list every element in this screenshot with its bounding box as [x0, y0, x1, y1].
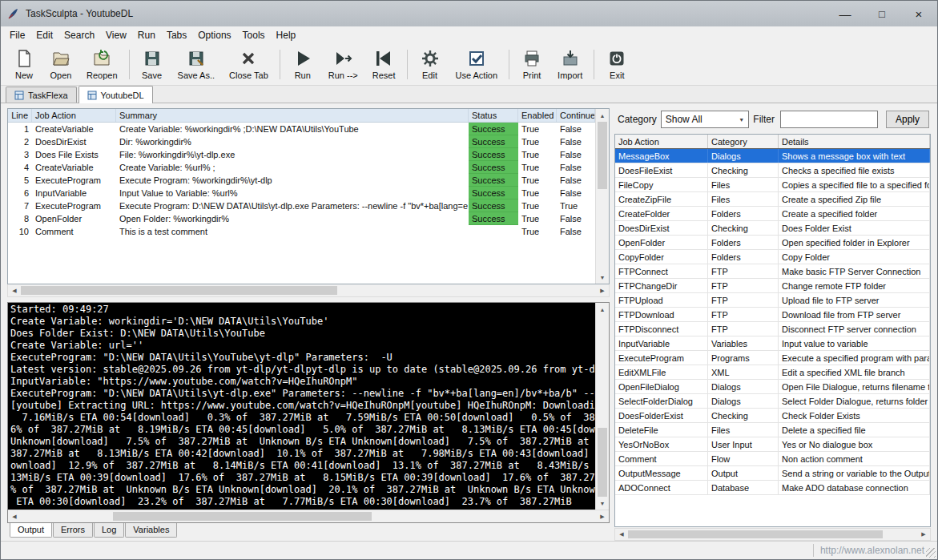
- task-row[interactable]: 6InputVariableInput Value to Variable: %…: [8, 187, 595, 199]
- action-row[interactable]: DoesFileExistCheckingChecks a specified …: [615, 163, 930, 178]
- edit-button[interactable]: Edit: [412, 46, 449, 83]
- menu-item-tabs[interactable]: Tabs: [161, 27, 192, 43]
- action-row[interactable]: FTPChangeDirFTPChange remote FTP folder: [615, 279, 930, 293]
- action-row[interactable]: FTPDisconnectFTPDisconnect FTP server co…: [615, 322, 930, 336]
- action-row[interactable]: SelectFolderDialogDialogsSelect Folder D…: [615, 394, 930, 409]
- action-row[interactable]: FTPUploadFTPUpload file to FTP server: [615, 293, 930, 308]
- run-to-button[interactable]: Run -->: [321, 46, 365, 83]
- scrollbar-thumb[interactable]: [21, 286, 337, 295]
- menu-item-file[interactable]: File: [4, 27, 30, 43]
- action-row[interactable]: FileCopyFilesCopies a specified file to …: [615, 178, 930, 192]
- action-row[interactable]: ADOConnectDatabaseMake ADO database conn…: [615, 481, 930, 495]
- scroll-up-icon[interactable]: ▲: [596, 303, 609, 316]
- scroll-up-icon[interactable]: ▲: [596, 109, 609, 122]
- console-hscrollbar[interactable]: ◀ ▶: [8, 510, 609, 522]
- column-header-line[interactable]: Line: [8, 109, 32, 122]
- console-vscrollbar[interactable]: ▲ ▼: [595, 303, 609, 510]
- output-tab-log[interactable]: Log: [94, 523, 124, 538]
- output-tab-variables[interactable]: Variables: [125, 523, 177, 538]
- save-as-button[interactable]: Save As..: [171, 46, 222, 83]
- menu-item-run[interactable]: Run: [132, 27, 161, 43]
- apply-button[interactable]: Apply: [886, 111, 929, 128]
- reset-button[interactable]: Reset: [365, 46, 403, 83]
- action-row[interactable]: CreateFolderFoldersCreate a specified fo…: [615, 207, 930, 221]
- action-row[interactable]: CommentFlowNon action comment: [615, 452, 930, 466]
- close-tab-button[interactable]: Close Tab: [222, 46, 276, 83]
- website-link[interactable]: http://www.alexnolan.net: [820, 545, 924, 556]
- document-tab-taskflexa[interactable]: TaskFlexa: [6, 87, 77, 103]
- scrollbar-thumb[interactable]: [113, 512, 372, 521]
- open-button[interactable]: Open: [42, 46, 79, 83]
- menu-item-help[interactable]: Help: [271, 27, 302, 43]
- filter-input[interactable]: [780, 111, 878, 128]
- scrollbar-thumb[interactable]: [598, 428, 607, 497]
- column-header-enabled[interactable]: Enabled: [518, 109, 557, 122]
- action-row[interactable]: DeleteFileFilesDelete a specified file: [615, 423, 930, 437]
- action-row[interactable]: DoesFolderExistCheckingCheck Folder Exis…: [615, 409, 930, 423]
- resize-grip-icon[interactable]: [926, 548, 936, 558]
- task-row[interactable]: 2DoesDirExistDir: %workingdir%SuccessTru…: [8, 135, 595, 148]
- task-row[interactable]: 3Does File ExistsFile: %workingdir%\yt-d…: [8, 148, 595, 161]
- new-button[interactable]: New: [6, 46, 42, 83]
- scroll-right-icon[interactable]: ▶: [917, 529, 930, 540]
- document-tab-youtubedl[interactable]: YoutubeDL: [79, 86, 153, 103]
- task-row[interactable]: 4CreateVariableCreate Variable: %url% ;S…: [8, 161, 595, 174]
- menu-item-view[interactable]: View: [100, 27, 132, 43]
- scroll-right-icon[interactable]: ▶: [596, 284, 609, 296]
- exit-button[interactable]: Exit: [598, 46, 635, 83]
- action-grid-hscrollbar[interactable]: ◀ ▶: [614, 528, 931, 541]
- print-button[interactable]: Print: [513, 46, 550, 83]
- run-button[interactable]: Run: [284, 46, 321, 83]
- title-bar[interactable]: TaskSculpta - YoutubeDL — □ ×: [1, 1, 937, 26]
- menu-item-tools[interactable]: Tools: [237, 27, 271, 43]
- minimize-button[interactable]: —: [827, 1, 864, 26]
- action-row[interactable]: InputVariableVariablesInput value to var…: [615, 336, 930, 351]
- close-button[interactable]: ×: [900, 1, 937, 26]
- action-row[interactable]: DoesDirExistCheckingDoes Folder Exist: [615, 221, 930, 236]
- save-button[interactable]: Save: [134, 46, 171, 83]
- scrollbar-thumb[interactable]: [598, 122, 607, 189]
- action-row[interactable]: FTPDownloadFTPDownload file from FTP ser…: [615, 308, 930, 322]
- action-row[interactable]: ExecuteProgramProgramsExecute a specifie…: [615, 351, 930, 365]
- column-header-summary[interactable]: Summary: [116, 109, 469, 122]
- task-row[interactable]: 10CommentThis is a test commentTrueFalse: [8, 225, 595, 238]
- menu-item-options[interactable]: Options: [192, 27, 236, 43]
- action-row[interactable]: OutputMessageOutputSend a string or vari…: [615, 466, 930, 481]
- action-row[interactable]: MessageBoxDialogsShows a message box wit…: [615, 149, 930, 163]
- reopen-button[interactable]: Reopen: [79, 46, 125, 83]
- task-row[interactable]: 7ExecuteProgramExecute Program: D:\NEW D…: [8, 199, 595, 212]
- action-row[interactable]: YesOrNoBoxUser InputYes or No dialogue b…: [615, 437, 930, 452]
- use-action-button[interactable]: Use Action: [449, 46, 505, 83]
- column-header-job-action[interactable]: Job Action: [32, 109, 116, 122]
- task-grid-vscrollbar[interactable]: ▲ ▼: [595, 109, 609, 284]
- menu-item-search[interactable]: Search: [58, 27, 100, 43]
- scroll-down-icon[interactable]: ▼: [596, 271, 609, 284]
- menu-item-edit[interactable]: Edit: [30, 27, 58, 43]
- scroll-left-icon[interactable]: ◀: [615, 529, 628, 540]
- output-tab-output[interactable]: Output: [10, 523, 52, 538]
- maximize-button[interactable]: □: [864, 1, 900, 26]
- import-button[interactable]: Import: [550, 46, 590, 83]
- scroll-down-icon[interactable]: ▼: [596, 497, 609, 510]
- category-dropdown[interactable]: Show All ▼: [661, 111, 750, 128]
- action-row[interactable]: CopyFolderFoldersCopy Folder: [615, 250, 930, 264]
- action-row[interactable]: OpenFileDialogDialogsOpen File Dialogue,…: [615, 380, 930, 394]
- column-header-status[interactable]: Status: [469, 109, 518, 122]
- console-output[interactable]: Started: 09:49:27 Create Variable: worki…: [8, 303, 595, 510]
- scroll-right-icon[interactable]: ▶: [596, 510, 609, 522]
- task-grid-hscrollbar[interactable]: ◀ ▶: [7, 284, 610, 297]
- task-row[interactable]: 8OpenFolderOpen Folder: %workingdir%Succ…: [8, 212, 595, 225]
- action-row[interactable]: OpenFolderFoldersOpen specified folder i…: [615, 236, 930, 250]
- task-row[interactable]: 5ExecuteProgramExecute Program: %working…: [8, 174, 595, 187]
- scrollbar-thumb[interactable]: [628, 530, 883, 538]
- column-header-details[interactable]: Details: [779, 135, 930, 148]
- task-row[interactable]: 1CreateVariableCreate Variable: %working…: [8, 123, 595, 135]
- action-row[interactable]: CreateZipFileFilesCreate a specified Zip…: [615, 192, 930, 207]
- action-row[interactable]: FTPConnectFTPMake basic FTP Server Conne…: [615, 264, 930, 279]
- scroll-left-icon[interactable]: ◀: [8, 284, 21, 296]
- scroll-left-icon[interactable]: ◀: [8, 510, 21, 522]
- action-row[interactable]: EditXMLFileXMLEdit a specified XML file …: [615, 365, 930, 380]
- output-tab-errors[interactable]: Errors: [53, 523, 93, 538]
- column-header-continue[interactable]: Continue: [557, 109, 595, 122]
- column-header-job-action[interactable]: Job Action: [615, 135, 708, 148]
